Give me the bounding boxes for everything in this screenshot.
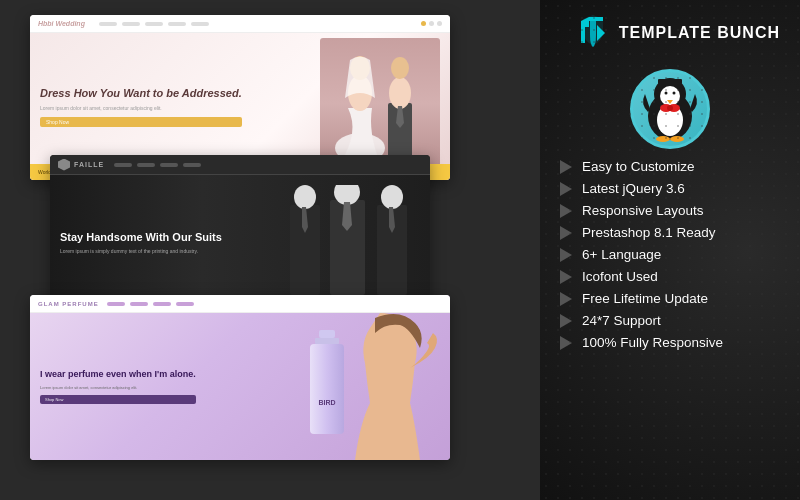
feature-arrow-icon: [560, 226, 572, 240]
wedding-text-block: Dress How You Want to be Addressed. Lore…: [40, 86, 242, 126]
suits-headline: Stay Handsome With Our Suits: [60, 230, 222, 244]
feature-label-responsive: Responsive Layouts: [582, 203, 704, 218]
perfume-visuals: BIRD: [305, 313, 445, 460]
brand-name-text: TEMPLATE BUNCH: [619, 24, 780, 42]
svg-point-11: [381, 185, 403, 209]
svg-point-7: [294, 185, 316, 209]
feature-label-jquery: Latest jQuery 3.6: [582, 181, 685, 196]
suits-nav: FAILLE: [50, 155, 430, 175]
perfume-bottle-svg: BIRD: [305, 330, 350, 450]
feature-arrow-icon: [560, 160, 572, 174]
perfume-subtext: Lorem ipsum dolor sit amet, consectetur …: [40, 385, 196, 391]
nav-link: [168, 22, 186, 26]
nav-link: [122, 22, 140, 26]
feature-item-jquery: Latest jQuery 3.6: [560, 181, 780, 196]
perfume-template-card: GLAM PERFUME I wear perfume even when I'…: [30, 295, 450, 460]
feature-item-language: 6+ Language: [560, 247, 780, 262]
feature-item-customize: Easy to Customize: [560, 159, 780, 174]
mascot-area: [560, 69, 780, 149]
suits-template-card: FAILLE Stay Handsome With Our Suits Lore…: [50, 155, 430, 310]
feature-arrow-icon: [560, 292, 572, 306]
nav-link: [107, 302, 125, 306]
perfume-cta-button: Shop Now: [40, 395, 196, 404]
couple-svg: [320, 38, 440, 168]
svg-point-28: [670, 136, 684, 142]
feature-item-responsive: Responsive Layouts: [560, 203, 780, 218]
suits-logo-icon: [58, 159, 70, 171]
wedding-headline: Dress How You Want to be Addressed.: [40, 86, 242, 100]
nav-link: [137, 163, 155, 167]
nav-dot: [429, 21, 434, 26]
wedding-nav: Hbbi Wedding: [30, 15, 450, 33]
perfume-logo: GLAM PERFUME: [38, 301, 99, 307]
nav-link: [114, 163, 132, 167]
suits-subtext: Lorem ipsum is simply dummy text of the …: [60, 248, 222, 255]
svg-point-26: [667, 105, 673, 111]
feature-label-customize: Easy to Customize: [582, 159, 695, 174]
feature-label-icofont: Icofont Used: [582, 269, 658, 284]
feature-label-prestashop: Prestashop 8.1 Ready: [582, 225, 716, 240]
feature-label-fullresponsive: 100% Fully Responsive: [582, 335, 723, 350]
penguin-mascot-svg: [635, 74, 705, 144]
mascot-circle: [630, 69, 710, 149]
wedding-nav-links: [99, 22, 209, 26]
brand-logo: TEMPLATE BUNCH: [575, 15, 780, 51]
suits-hero: Stay Handsome With Our Suits Lorem ipsum…: [50, 175, 430, 310]
left-panel: Hbbi Wedding Dress How You Want to be Ad…: [0, 0, 540, 500]
nav-link: [160, 163, 178, 167]
svg-rect-14: [310, 344, 344, 434]
svg-rect-12: [319, 330, 335, 338]
feature-arrow-icon: [560, 314, 572, 328]
perfume-headline: I wear perfume even when I'm alone.: [40, 369, 196, 381]
feature-arrow-icon: [560, 182, 572, 196]
svg-point-4: [389, 77, 411, 109]
wedding-logo: Hbbi Wedding: [38, 20, 85, 27]
feature-item-icofont: Icofont Used: [560, 269, 780, 284]
nav-link: [145, 22, 163, 26]
feature-label-support: 24*7 Support: [582, 313, 661, 328]
nav-link: [176, 302, 194, 306]
perfume-nav-links: [107, 302, 194, 306]
nav-dot: [421, 21, 426, 26]
nav-link: [130, 302, 148, 306]
nav-link: [191, 22, 209, 26]
suits-logo: FAILLE: [58, 159, 104, 171]
svg-point-27: [656, 136, 670, 142]
nav-link: [99, 22, 117, 26]
suits-svg: [280, 185, 420, 305]
suits-logo-text: FAILLE: [74, 161, 104, 168]
svg-rect-29: [658, 79, 682, 84]
feature-arrow-icon: [560, 248, 572, 262]
wedding-subtext: Lorem ipsum dolor sit amet, consectetur …: [40, 105, 242, 112]
perfume-nav: GLAM PERFUME: [30, 295, 450, 313]
suits-figures: [280, 180, 420, 305]
nav-dot: [437, 21, 442, 26]
suits-text-block: Stay Handsome With Our Suits Lorem ipsum…: [60, 230, 222, 255]
svg-text:BIRD: BIRD: [318, 399, 335, 406]
perfume-text-block: I wear perfume even when I'm alone. Lore…: [40, 369, 196, 404]
feature-arrow-icon: [560, 336, 572, 350]
feature-item-update: Free Lifetime Update: [560, 291, 780, 306]
templatebunch-logo-icon: [575, 15, 611, 51]
nav-link: [183, 163, 201, 167]
features-list: Easy to CustomizeLatest jQuery 3.6Respon…: [560, 159, 780, 485]
brand-header: TEMPLATE BUNCH: [560, 15, 780, 51]
feature-label-language: 6+ Language: [582, 247, 661, 262]
nav-link: [153, 302, 171, 306]
right-panel: TEMPLATE BUNCH: [540, 0, 800, 500]
suits-nav-links: [114, 163, 201, 167]
perfume-woman-svg: [355, 313, 445, 460]
wedding-couple-image: [320, 38, 440, 168]
svg-point-22: [665, 92, 668, 95]
wedding-nav-dots: [421, 21, 442, 26]
feature-arrow-icon: [560, 270, 572, 284]
feature-item-prestashop: Prestashop 8.1 Ready: [560, 225, 780, 240]
svg-point-23: [673, 92, 676, 95]
feature-item-fullresponsive: 100% Fully Responsive: [560, 335, 780, 350]
svg-point-5: [391, 57, 409, 79]
perfume-hero: I wear perfume even when I'm alone. Lore…: [30, 313, 450, 460]
feature-arrow-icon: [560, 204, 572, 218]
feature-item-support: 24*7 Support: [560, 313, 780, 328]
feature-label-update: Free Lifetime Update: [582, 291, 708, 306]
wedding-cta-button: Shop Now: [40, 117, 242, 127]
